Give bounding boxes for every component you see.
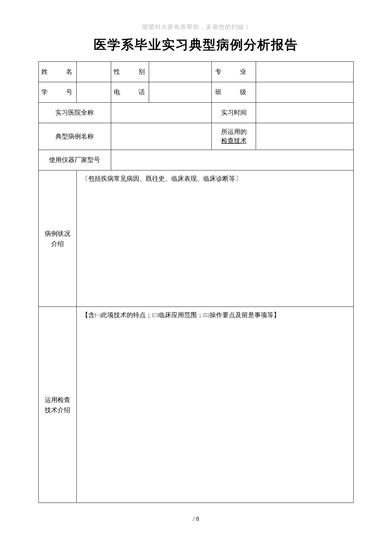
- content-case-intro[interactable]: 〔包括疾病常见病因、既往史、临床表现、临床诊断等〕: [76, 171, 353, 307]
- row-name-gender-major: 姓 名 性 别 专 业: [39, 62, 354, 82]
- value-intern-time[interactable]: [256, 103, 353, 123]
- row-case-intro: 病例状况 介绍 〔包括疾病常见病因、既往史、临床表现、临床诊断等〕: [39, 171, 354, 307]
- label-name: 姓 名: [39, 62, 77, 82]
- row-id-phone-class: 学 号 电 话 班 级: [39, 82, 354, 103]
- label-tech-used-line1: 所运用的: [221, 128, 247, 135]
- header-note: 期望对大家有所帮助，多谢您的扫瞄！: [38, 23, 354, 31]
- label-hospital: 实习医院全称: [39, 103, 111, 123]
- report-form-table: 姓 名 性 别 专 业 学 号 电 话 班 级 实习医院全称 实习时间 典型病例…: [38, 61, 354, 503]
- label-tech-intro-line1: 运用检查: [45, 396, 70, 403]
- label-gender: 性 别: [111, 62, 149, 82]
- page-number: / 8: [38, 516, 354, 523]
- label-student-id: 学 号: [39, 82, 77, 103]
- value-student-id[interactable]: [76, 82, 111, 103]
- tech-intro-hint: 【含㈠此项技术的特点；㈡临床应用范围；㈢操作要点及留意事项等】: [82, 312, 280, 318]
- label-class: 班 级: [212, 82, 256, 103]
- value-tech-used[interactable]: [256, 123, 353, 150]
- value-class[interactable]: [256, 82, 353, 103]
- value-case-name[interactable]: [111, 123, 211, 150]
- label-case-intro-line1: 病例状况: [45, 230, 70, 237]
- row-instrument: 使用仪器厂家型号: [39, 150, 354, 171]
- label-instrument: 使用仪器厂家型号: [39, 150, 111, 171]
- label-case-intro: 病例状况 介绍: [39, 171, 77, 307]
- label-tech-intro-line2: 技术介绍: [45, 407, 70, 413]
- row-case-name: 典型病例名称 所运用的 检查技术: [39, 123, 354, 150]
- label-phone: 电 话: [111, 82, 149, 103]
- label-case-name: 典型病例名称: [39, 123, 111, 150]
- case-intro-hint: 〔包括疾病常见病因、既往史、临床表现、临床诊断等〕: [82, 175, 242, 182]
- label-case-intro-line2: 介绍: [51, 240, 64, 247]
- label-tech-used: 所运用的 检查技术: [212, 123, 256, 150]
- value-name[interactable]: [76, 62, 111, 82]
- value-hospital[interactable]: [111, 103, 211, 123]
- value-instrument[interactable]: [111, 150, 353, 171]
- row-hospital: 实习医院全称 实习时间: [39, 103, 354, 123]
- page-title: 医学系毕业实习典型病例分析报告: [38, 36, 354, 54]
- value-gender[interactable]: [149, 62, 212, 82]
- label-tech-intro: 运用检查 技术介绍: [39, 307, 77, 503]
- label-major: 专 业: [212, 62, 256, 82]
- row-tech-intro: 运用检查 技术介绍 【含㈠此项技术的特点；㈡临床应用范围；㈢操作要点及留意事项等…: [39, 307, 354, 503]
- label-tech-used-line2: 检查技术: [221, 137, 247, 144]
- content-tech-intro[interactable]: 【含㈠此项技术的特点；㈡临床应用范围；㈢操作要点及留意事项等】: [76, 307, 353, 503]
- value-phone[interactable]: [149, 82, 212, 103]
- label-intern-time: 实习时间: [212, 103, 256, 123]
- value-major[interactable]: [256, 62, 353, 82]
